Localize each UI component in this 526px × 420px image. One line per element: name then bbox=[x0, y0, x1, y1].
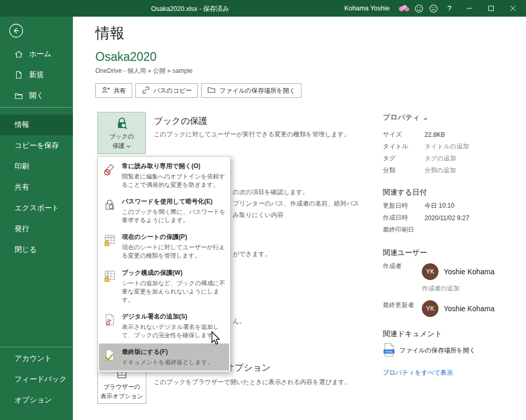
ink-flower-icon bbox=[397, 0, 411, 17]
property-row-size: サイズ 22.8KB bbox=[383, 129, 523, 141]
page-title: 情報 bbox=[95, 23, 124, 43]
html-badge-text: HTML bbox=[385, 350, 393, 353]
add-tag-link[interactable]: タグの追加 bbox=[424, 154, 456, 163]
protect-button-label-line2: 保護 bbox=[112, 142, 124, 150]
digital-signature-icon bbox=[102, 312, 118, 339]
obscured-text-fragment: の次の項目を確認します。 bbox=[233, 188, 309, 197]
protect-section-description: このブックに対してユーザーが実行できる変更の種類を管理します。 bbox=[154, 130, 350, 139]
sidebar-item-save-copy[interactable]: コピーを保存 bbox=[0, 135, 73, 156]
last-modified-name: Yoshie Kohama bbox=[444, 304, 495, 313]
titlebar: Osaka2020.xlsx - 保存済み Kohama Yoshie ? bbox=[0, 0, 526, 17]
property-label: 分類 bbox=[383, 166, 424, 175]
obscured-text-fragment: プリンターのパス、作成者の名前、絶対パス bbox=[233, 199, 359, 208]
sidebar-item-label: エクスポート bbox=[15, 203, 59, 213]
protect-workbook-button[interactable]: ブックの 保護 bbox=[97, 112, 146, 154]
account-user-name[interactable]: Kohama Yoshie bbox=[344, 5, 390, 12]
related-documents-heading-label: 関連ドキュメント bbox=[383, 329, 442, 339]
obscured-text-fragment: ができます。 bbox=[233, 250, 271, 259]
author-person-chip[interactable]: YK Yoshie Kohama bbox=[422, 263, 495, 280]
sidebar-top-group: ホーム 新規 開く bbox=[0, 44, 73, 106]
share-button[interactable]: 共有 bbox=[95, 83, 132, 98]
sidebar-item-account[interactable]: アカウント bbox=[0, 348, 73, 369]
window-title: Osaka2020.xlsx - 保存済み bbox=[151, 5, 229, 14]
frown-feedback-icon[interactable] bbox=[426, 0, 441, 17]
menu-item-protect-workbook-structure[interactable]: ブック構成の保護(W) シートの追加など、ブックの構成に不要な変更を加えられない… bbox=[99, 264, 229, 308]
open-file-location-link-label: ファイルの保存場所を開く bbox=[399, 346, 475, 355]
sidebar-item-export[interactable]: エクスポート bbox=[0, 198, 73, 219]
related-dates-heading-label: 関連する日付 bbox=[383, 188, 427, 197]
date-label: 作成日時 bbox=[383, 213, 424, 222]
browser-button-label-line1: ブラウザーの bbox=[104, 383, 140, 391]
menu-item-title: 現在のシートの保護(P) bbox=[122, 233, 226, 241]
sidebar-item-share[interactable]: 共有 bbox=[0, 177, 73, 198]
open-file-location-button[interactable]: ファイルの保存場所を開く bbox=[201, 83, 302, 98]
sidebar-backstage-group: 情報 コピーを保存 印刷 共有 エクスポート 発行 閉じる bbox=[0, 114, 73, 260]
titlebar-right-cluster: Kohama Yoshie ? bbox=[344, 0, 524, 17]
open-file-location-button-label: ファイルの保存場所を開く bbox=[219, 86, 295, 95]
date-row-created: 作成日時 2020/11/02 9:27 bbox=[383, 212, 523, 224]
link-icon bbox=[142, 86, 150, 96]
property-value: 22.8KB bbox=[424, 131, 445, 138]
date-row-last-printed: 最終印刷日 bbox=[383, 224, 523, 236]
menu-item-title: デジタル署名の追加(S) bbox=[122, 312, 226, 321]
sidebar-item-options[interactable]: オプション bbox=[0, 390, 73, 411]
sidebar-item-label: 閉じる bbox=[15, 245, 37, 254]
protect-button-label-line1: ブックの bbox=[109, 133, 134, 141]
open-file-location-link[interactable]: HTML ファイルの保存場所を開く bbox=[383, 342, 475, 359]
add-title-link[interactable]: タイトルの追加 bbox=[424, 142, 469, 151]
date-label: 最終印刷日 bbox=[383, 225, 424, 234]
menu-item-always-open-read-only[interactable]: 常に読み取り専用で開く(O) 閲覧者に編集へのオプトインを依頼することで偶発的な… bbox=[99, 158, 229, 193]
properties-heading[interactable]: プロパティ bbox=[383, 113, 428, 122]
open-folder-icon bbox=[15, 92, 23, 100]
minimize-button[interactable] bbox=[458, 0, 480, 17]
sidebar-item-open[interactable]: 開く bbox=[0, 85, 73, 106]
property-label: タグ bbox=[383, 154, 424, 163]
new-document-icon bbox=[15, 71, 23, 79]
sidebar-divider bbox=[0, 347, 73, 347]
sidebar-item-feedback[interactable]: フィードバック bbox=[0, 369, 73, 390]
document-actions: 共有 パスのコピー ファイルの保存場所を開く bbox=[95, 83, 302, 98]
menu-item-encrypt-with-password[interactable]: パスワードを使用して暗号化(E) このブックを開く際に、パスワードを要求するよう… bbox=[99, 193, 229, 228]
chevron-down-icon bbox=[423, 113, 428, 122]
show-all-properties-link[interactable]: プロパティをすべて表示 bbox=[383, 368, 453, 377]
sidebar-item-label: 開く bbox=[29, 91, 44, 100]
related-documents-heading: 関連ドキュメント bbox=[383, 329, 442, 339]
help-button[interactable]: ? bbox=[441, 0, 458, 17]
breadcrumb[interactable]: OneDrive - 個人用 » 公開 » sample bbox=[95, 67, 193, 75]
copy-path-button[interactable]: パスのコピー bbox=[135, 83, 198, 98]
maximize-button[interactable] bbox=[480, 0, 502, 17]
sidebar-item-label: ホーム bbox=[29, 49, 52, 59]
close-button[interactable] bbox=[502, 0, 524, 17]
document-title: Osaka2020 bbox=[95, 50, 157, 64]
property-row-tags: タグ タグの追加 bbox=[383, 152, 523, 164]
menu-item-description: このブックを開く際に、パスワードを要求するようにします。 bbox=[122, 208, 226, 224]
author-name: Yoshie Kohama bbox=[444, 268, 495, 276]
property-label: サイズ bbox=[383, 130, 424, 139]
sidebar-item-new[interactable]: 新規 bbox=[0, 65, 73, 85]
property-row-categories: 分類 分類の追加 bbox=[383, 164, 523, 176]
smiley-feedback-icon[interactable] bbox=[411, 0, 426, 17]
sidebar-item-label: 印刷 bbox=[15, 162, 29, 171]
add-category-link[interactable]: 分類の追加 bbox=[424, 166, 456, 175]
obscured-text-fragment: み取りにくい内容 bbox=[233, 211, 283, 220]
last-modified-person-chip[interactable]: YK Yoshie Kohama bbox=[422, 300, 495, 317]
sidebar-item-home[interactable]: ホーム bbox=[0, 44, 73, 65]
protect-workbook-menu: 常に読み取り専用で開く(O) 閲覧者に編集へのオプトインを依頼することで偶発的な… bbox=[97, 156, 231, 372]
menu-item-protect-current-sheet[interactable]: 現在のシートの保護(P) 現在のシートに対してユーザーが行える変更の種類を管理し… bbox=[99, 228, 229, 264]
menu-item-add-digital-signature[interactable]: デジタル署名の追加(S) 表示されないデジタル署名を追加して、ブックの完全性を確… bbox=[99, 308, 229, 343]
back-button[interactable] bbox=[9, 23, 23, 38]
date-value: 今日 10:10 bbox=[424, 201, 454, 210]
sidebar-item-label: コピーを保存 bbox=[15, 141, 59, 150]
menu-item-description: 現在のシートに対してユーザーが行える変更の種類を管理します。 bbox=[122, 243, 226, 260]
sidebar-item-print[interactable]: 印刷 bbox=[0, 156, 73, 177]
sidebar-item-publish[interactable]: 発行 bbox=[0, 219, 73, 239]
sidebar-item-label: オプション bbox=[15, 396, 52, 405]
add-author-link[interactable]: 作成者の追加 bbox=[422, 284, 459, 293]
sidebar-bottom-group: アカウント フィードバック オプション bbox=[0, 347, 73, 411]
sidebar-item-info[interactable]: 情報 bbox=[0, 114, 73, 135]
read-only-pencil-icon bbox=[102, 162, 118, 189]
copy-path-button-label: パスのコピー bbox=[154, 86, 192, 95]
sidebar-item-label: 新規 bbox=[29, 70, 44, 80]
menu-item-mark-as-final[interactable]: 最終版にする(F) ドキュメントを最終版とします。 bbox=[99, 343, 229, 371]
sidebar-item-close[interactable]: 閉じる bbox=[0, 239, 73, 260]
